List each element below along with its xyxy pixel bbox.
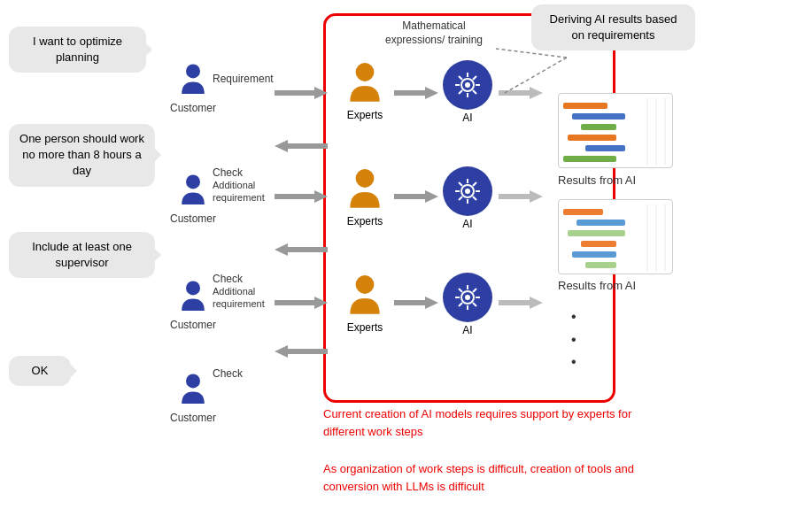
svg-point-20 <box>356 169 375 188</box>
customer-1: Customer <box>170 62 216 114</box>
arrow-check-3 <box>275 345 328 360</box>
svg-line-46 <box>459 303 462 306</box>
svg-line-30 <box>473 182 476 186</box>
expert-3-label: Experts <box>345 321 384 334</box>
arrow-ai-chart-2 <box>499 190 543 205</box>
customer-4-icon <box>175 372 211 407</box>
arrow-exp-ai-3 <box>394 297 438 312</box>
expert-3: Experts <box>345 273 384 334</box>
svg-point-38 <box>465 295 470 300</box>
svg-marker-34 <box>275 297 328 309</box>
arrow-req-1 <box>275 87 328 102</box>
svg-line-13 <box>459 76 462 80</box>
svg-marker-21 <box>394 190 438 203</box>
svg-rect-62 <box>568 230 625 236</box>
arrow-req-3 <box>275 297 328 312</box>
bubble-1: I want to optimize planning <box>9 27 146 73</box>
customer-4-label: Customer <box>170 412 216 424</box>
customer-2-label: Customer <box>170 212 216 225</box>
customer-2: Customer <box>170 173 216 225</box>
svg-line-43 <box>459 289 462 292</box>
customer-1-label: Customer <box>170 102 216 114</box>
expert-1-label: Experts <box>345 109 384 121</box>
svg-rect-53 <box>581 124 616 130</box>
results-label-2: Results from AI <box>558 279 636 292</box>
svg-marker-4 <box>275 87 328 99</box>
svg-marker-18 <box>275 140 328 152</box>
svg-marker-32 <box>499 190 543 203</box>
check-label-4: Check <box>213 367 243 380</box>
arrow-ai-chart-3 <box>499 297 543 312</box>
bottom-text-1: Current creation of AI models requires s… <box>323 405 642 440</box>
svg-point-5 <box>356 63 375 81</box>
svg-point-2 <box>186 281 200 295</box>
check-label-3: Check <box>213 273 243 285</box>
svg-rect-64 <box>572 251 616 258</box>
ai-gear-icon-2 <box>452 175 484 207</box>
svg-marker-48 <box>275 345 328 358</box>
svg-line-29 <box>473 197 476 200</box>
expert-2: Experts <box>345 166 384 227</box>
svg-rect-55 <box>585 145 625 151</box>
svg-rect-60 <box>563 209 603 215</box>
customer-3: Customer <box>170 279 216 331</box>
svg-line-44 <box>473 303 476 306</box>
svg-rect-52 <box>572 113 625 120</box>
svg-point-0 <box>186 64 200 78</box>
svg-rect-65 <box>585 262 616 268</box>
bottom-text-2: As organization of work steps is difficu… <box>323 460 660 495</box>
ai-label-2: AI <box>443 218 492 230</box>
svg-line-45 <box>473 289 476 292</box>
expert-1-icon <box>345 60 384 106</box>
arrow-ai-chart-1 <box>499 87 543 102</box>
ai-circle-1: AI <box>443 60 492 124</box>
svg-line-31 <box>459 197 462 200</box>
expert-1: Experts <box>345 60 384 121</box>
svg-marker-17 <box>499 87 543 99</box>
svg-line-28 <box>459 182 462 186</box>
svg-point-35 <box>356 275 375 294</box>
ai-label-1: AI <box>443 112 492 124</box>
addreq-label-3: Additionalrequirement <box>213 285 265 311</box>
svg-rect-51 <box>563 103 607 109</box>
expert-2-icon <box>345 166 384 212</box>
svg-line-14 <box>473 90 476 94</box>
svg-line-16 <box>459 90 462 94</box>
svg-marker-19 <box>275 190 328 203</box>
svg-marker-36 <box>394 297 438 309</box>
svg-rect-56 <box>563 156 616 162</box>
expert-3-icon <box>345 273 384 319</box>
deriving-box: Deriving AI results based on requirement… <box>531 4 695 50</box>
svg-point-1 <box>186 174 200 189</box>
svg-point-3 <box>186 374 200 388</box>
svg-marker-33 <box>275 243 328 256</box>
ai-circle-2: AI <box>443 166 492 230</box>
check-label-2: Check <box>213 166 243 179</box>
svg-point-8 <box>465 82 470 88</box>
expert-2-label: Experts <box>345 215 384 227</box>
arrow-exp-ai-1 <box>394 87 438 102</box>
addreq-label-2: Additionalrequirement <box>213 179 265 204</box>
customer-4: Customer <box>170 372 216 424</box>
svg-rect-63 <box>581 241 616 247</box>
svg-rect-61 <box>576 220 625 226</box>
ai-label-3: AI <box>443 324 492 336</box>
customer-3-label: Customer <box>170 319 216 331</box>
bubble-2: One person should work no more than 8 ho… <box>9 124 155 187</box>
ai-gear-icon-3 <box>452 281 484 313</box>
arrow-exp-ai-2 <box>394 190 438 205</box>
bubble-3: Include at least one supervisor <box>9 232 155 278</box>
dots-indicator: ••• <box>571 305 576 374</box>
math-label: Mathematical expressions/ training <box>381 19 487 47</box>
results-label-1: Results from AI <box>558 173 636 187</box>
chart-1 <box>558 93 673 168</box>
svg-marker-6 <box>394 87 438 99</box>
ai-circle-3: AI <box>443 273 492 336</box>
customer-1-icon <box>175 62 211 97</box>
svg-rect-54 <box>568 135 616 141</box>
arrow-check-1 <box>275 140 328 155</box>
customer-3-icon <box>175 279 211 314</box>
arrow-req-2 <box>275 190 328 205</box>
svg-line-15 <box>473 76 476 80</box>
requirement-label-1: Requirement <box>213 73 274 85</box>
